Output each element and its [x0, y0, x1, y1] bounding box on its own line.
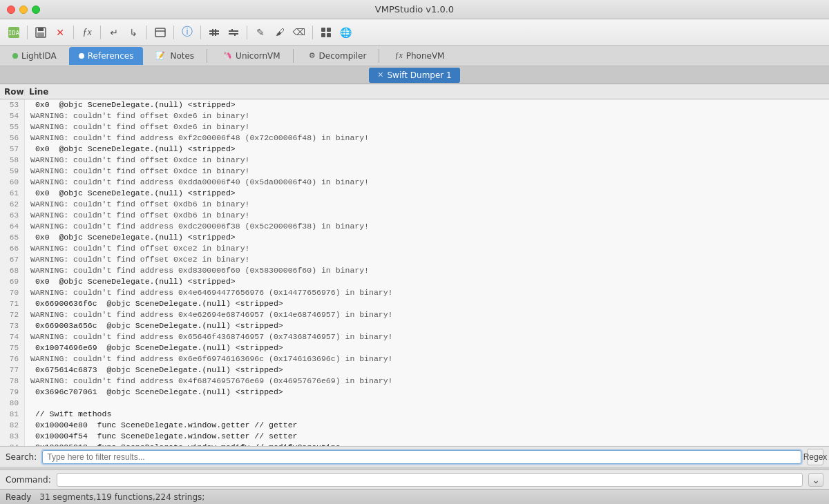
tab-sep-3 [379, 49, 379, 63]
search-label: Search: [6, 452, 37, 462]
lightida-icon[interactable]: IDA [6, 24, 22, 41]
toolbar: IDA ✕ ƒx ↵ ↳ ⓘ ✎ 🖌 ⌫ 🌐 [0, 19, 829, 46]
globe-icon[interactable]: 🌐 [337, 24, 354, 41]
svg-rect-16 [327, 28, 331, 32]
stop-icon[interactable]: ✕ [52, 24, 68, 41]
code-line-text: WARNING: couldn't find address 0x4e62694… [25, 309, 393, 320]
close-window-button[interactable] [7, 6, 15, 14]
notes-icon: 📝 [155, 51, 165, 60]
search-input[interactable] [42, 450, 801, 464]
table-row: 53 0x0 @objc SceneDelegate.(null) <strip… [0, 99, 829, 110]
lightida-dot-icon [12, 53, 18, 59]
table-row: 79 0x3696c707061 @objc SceneDelegate.(nu… [0, 387, 829, 398]
svg-rect-8 [209, 33, 219, 35]
svg-rect-17 [321, 33, 325, 37]
row-number: 71 [0, 298, 25, 309]
maximize-window-button[interactable] [32, 6, 40, 14]
svg-rect-18 [327, 33, 331, 37]
window-icon[interactable] [152, 24, 169, 41]
tab-unicornvm-label: UnicornVM [236, 51, 280, 61]
table-row: 61 0x0 @objc SceneDelegate.(null) <strip… [0, 188, 829, 199]
code-line-text: WARNING: couldn't find offset 0xdce in b… [25, 155, 249, 166]
pencil-icon[interactable]: ✎ [252, 24, 269, 41]
code-line-text: 0x100004e80 func SceneDelegate.window.ge… [25, 420, 297, 431]
tab-phonevm[interactable]: ƒx PhoneVM [385, 47, 454, 65]
svg-rect-13 [231, 29, 233, 32]
tool2-icon[interactable] [225, 24, 242, 41]
code-line-text: 0x0 @objc SceneDelegate.(null) <stripped… [25, 232, 236, 243]
table-row: 60WARNING: couldn't find address 0xdda00… [0, 177, 829, 188]
code-line-text: 0x0 @objc SceneDelegate.(null) <stripped… [25, 276, 236, 287]
row-number: 69 [0, 276, 25, 287]
code-line-text: // Swift methods [25, 409, 111, 420]
save-icon[interactable] [32, 24, 49, 41]
grid-icon[interactable] [318, 24, 334, 41]
toolbar-separator-6 [200, 26, 201, 39]
subtab-swift-dumper-1[interactable]: ✕ Swift Dumper 1 [369, 68, 459, 83]
row-number: 53 [0, 99, 25, 110]
tab-sep-1 [207, 49, 207, 63]
code-line-text: 0x675614c6873 @objc SceneDelegate.(null)… [25, 365, 283, 376]
row-number: 82 [0, 420, 25, 431]
status-ready: Ready [6, 492, 31, 502]
code-line-text: WARNING: couldn't find offset 0xdb6 in b… [25, 210, 249, 221]
code-line-text: 0x669003a656c @objc SceneDelegate.(null)… [25, 320, 283, 331]
tab-lightida[interactable]: LightIDA [3, 47, 66, 65]
code-line-text: WARNING: couldn't find address 0x4f68746… [25, 376, 393, 387]
brush-icon[interactable]: 🖌 [271, 24, 288, 41]
regex-button[interactable]: Regex [807, 449, 823, 465]
command-input[interactable] [57, 473, 803, 487]
column-header: Row Line [0, 84, 829, 99]
tab-references[interactable]: References [69, 47, 144, 65]
svg-rect-3 [38, 28, 44, 31]
tab-unicornvm[interactable]: 🦄 UnicornVM [213, 47, 290, 65]
col-row-header: Row [0, 87, 25, 97]
row-number: 67 [0, 254, 25, 265]
code-line-text: 0x100004f54 func SceneDelegate.window.se… [25, 431, 297, 442]
table-row: 69 0x0 @objc SceneDelegate.(null) <strip… [0, 276, 829, 287]
fx-icon[interactable]: ƒx [79, 24, 95, 41]
code-line-text: WARNING: couldn't find address 0xf2c0000… [25, 133, 369, 144]
code-line-text: WARNING: couldn't find offset 0xde6 in b… [25, 122, 249, 133]
window-controls [7, 6, 40, 14]
table-row: 54WARNING: couldn't find offset 0xde6 in… [0, 110, 829, 122]
code-line-text: 0x0 @objc SceneDelegate.(null) <stripped… [25, 188, 236, 199]
code-line-text: WARNING: couldn't find address 0xdda0000… [25, 177, 369, 188]
svg-rect-7 [209, 30, 219, 32]
toolbar-separator-3 [100, 26, 101, 39]
table-row: 77 0x675614c6873 @objc SceneDelegate.(nu… [0, 365, 829, 376]
titlebar: VMPStudio v1.0.0 [0, 0, 829, 19]
status-bar: Ready 31 segments,119 functions,224 stri… [0, 489, 829, 504]
table-row: 74WARNING: couldn't find address 0x65646… [0, 331, 829, 342]
status-info: 31 segments,119 functions,224 strings; [39, 492, 204, 502]
row-number: 56 [0, 133, 25, 144]
tool1-icon[interactable] [206, 24, 222, 41]
row-number: 54 [0, 110, 25, 122]
table-row: 58WARNING: couldn't find offset 0xdce in… [0, 155, 829, 166]
tabs-row: LightIDA References 📝 Notes 🦄 UnicornVM … [0, 46, 829, 66]
close-subtab-icon[interactable]: ✕ [377, 70, 383, 79]
table-row: 76WARNING: couldn't find address 0x6e6f6… [0, 353, 829, 365]
toolbar-separator-1 [27, 26, 28, 39]
table-row: 64WARNING: couldn't find address 0xdc200… [0, 221, 829, 232]
row-number: 76 [0, 353, 25, 365]
step-out-icon[interactable]: ↳ [125, 24, 142, 41]
tab-decompiler[interactable]: ⚙ Decompiler [299, 47, 377, 65]
command-submit-button[interactable]: ⌄ [808, 473, 823, 487]
table-row: 81 // Swift methods [0, 409, 829, 420]
minimize-window-button[interactable] [19, 6, 28, 14]
code-area[interactable]: 53 0x0 @objc SceneDelegate.(null) <strip… [0, 99, 829, 446]
info-icon[interactable]: ⓘ [179, 24, 196, 41]
row-number: 55 [0, 122, 25, 133]
tab-notes[interactable]: 📝 Notes [146, 47, 204, 65]
row-number: 58 [0, 155, 25, 166]
row-number: 57 [0, 144, 25, 155]
code-line-text: WARNING: couldn't find address 0x6e6f697… [25, 353, 393, 365]
command-bar: Command: ⌄ [0, 469, 829, 489]
step-in-icon[interactable]: ↵ [106, 24, 122, 41]
table-row: 57 0x0 @objc SceneDelegate.(null) <strip… [0, 144, 829, 155]
code-line-text: WARNING: couldn't find offset 0xdce in b… [25, 166, 249, 177]
row-number: 81 [0, 409, 25, 420]
eraser-icon[interactable]: ⌫ [291, 24, 307, 41]
row-number: 64 [0, 221, 25, 232]
